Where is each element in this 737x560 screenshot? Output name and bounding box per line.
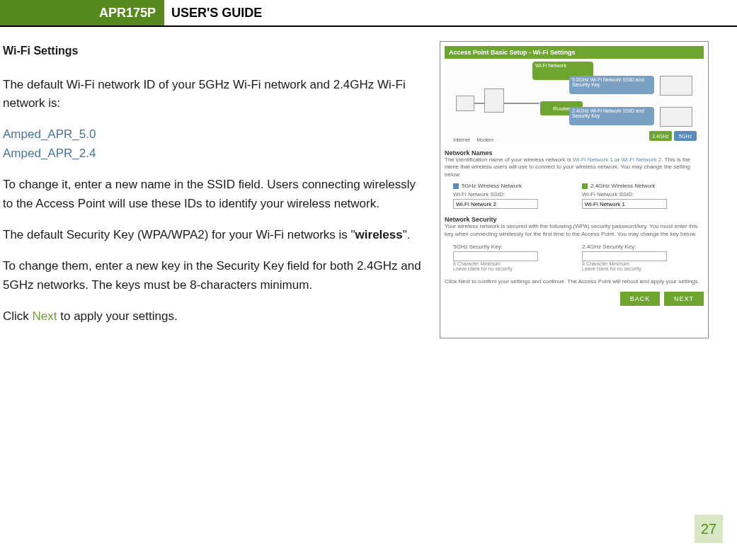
internet-icon: [456, 96, 474, 111]
band-pills: 2.4GHz 5GHz: [649, 131, 697, 141]
square-icon: [453, 183, 459, 189]
network-diagram: Router Wi-Fi Network 5.0GHz Wi-Fi Networ…: [445, 59, 704, 144]
ssid-24ghz: Amped_APR_2.4: [3, 147, 96, 160]
screenshot-title-bar: Access Point Basic Setup - Wi-Fi Setting…: [445, 46, 704, 59]
key-24ghz-input[interactable]: [582, 251, 667, 261]
next-button[interactable]: NEXT: [664, 292, 704, 306]
network-names-heading: Network Names: [445, 149, 704, 156]
body-text-column: Wi-Fi Settings The default Wi-Fi network…: [3, 41, 427, 338]
key-5ghz-input[interactable]: [453, 251, 538, 261]
paragraph-click-next: Click Next to apply your settings.: [3, 307, 427, 326]
ssid-5ghz: Amped_APR_5.0: [3, 127, 96, 141]
ssid-columns: 5GHz Wireless Network Wi-Fi Network SSID…: [453, 183, 704, 209]
key-col-24ghz: 2.4GHz Security Key: 8 Character Minimum…: [582, 242, 704, 271]
back-button[interactable]: BACK: [620, 292, 660, 306]
section-heading: Wi-Fi Settings: [3, 42, 427, 60]
default-ssid-list: Amped_APR_5.0 Amped_APR_2.4: [3, 125, 427, 163]
default-key-value: wireless: [355, 228, 403, 241]
security-columns: 5GHz Security Key: 8 Character Minimum L…: [453, 242, 704, 271]
wifi-5ghz-callout: 5.0GHz Wi-Fi Network SSID and Security K…: [569, 76, 654, 94]
paragraph-default-key: The default Security Key (WPA/WPA2) for …: [3, 226, 427, 244]
ssid-5ghz-input[interactable]: [453, 199, 538, 209]
header-model-badge: APR175P: [0, 0, 164, 25]
ssid-col-5ghz: 5GHz Wireless Network Wi-Fi Network SSID…: [453, 183, 575, 209]
network-names-desc: The identification name of your wireless…: [445, 156, 704, 178]
modem-icon: [484, 88, 504, 113]
paragraph-default-ssid-intro: The default Wi-Fi network ID of your 5GH…: [3, 76, 427, 113]
network-security-desc: Your wireless network is secured with th…: [445, 223, 704, 238]
screenshot-footer-note: Click Next to confirm your settings and …: [445, 278, 704, 285]
ssid-24ghz-input[interactable]: [582, 199, 667, 209]
paragraph-ssid-change: To change it, enter a new name in the SS…: [3, 176, 427, 213]
pill-5ghz: 5GHz: [674, 131, 697, 141]
page-header: APR175P USER'S GUIDE: [0, 0, 737, 27]
laptop-icon: [660, 76, 692, 96]
embedded-screenshot: Access Point Basic Setup - Wi-Fi Setting…: [440, 41, 709, 338]
page-number: 27: [695, 515, 723, 543]
diagram-device-labels: Internet Modem: [453, 137, 493, 142]
network-security-heading: Network Security: [445, 216, 704, 223]
next-text: Next: [33, 309, 57, 323]
paragraph-key-change: To change them, enter a new key in the S…: [3, 257, 427, 295]
screenshot-button-row: BACK NEXT: [445, 292, 704, 306]
ssid-col-24ghz: 2.4GHz Wireless Network Wi-Fi Network SS…: [582, 183, 704, 209]
header-title: USER'S GUIDE: [164, 0, 262, 25]
square-icon: [582, 183, 588, 189]
pill-24ghz: 2.4GHz: [649, 131, 672, 141]
laptop-icon: [660, 107, 692, 127]
content-area: Wi-Fi Settings The default Wi-Fi network…: [0, 27, 737, 338]
key-col-5ghz: 5GHz Security Key: 8 Character Minimum L…: [453, 242, 575, 271]
wifi-24ghz-callout: 2.4GHz Wi-Fi Network SSID and Security K…: [569, 107, 654, 125]
